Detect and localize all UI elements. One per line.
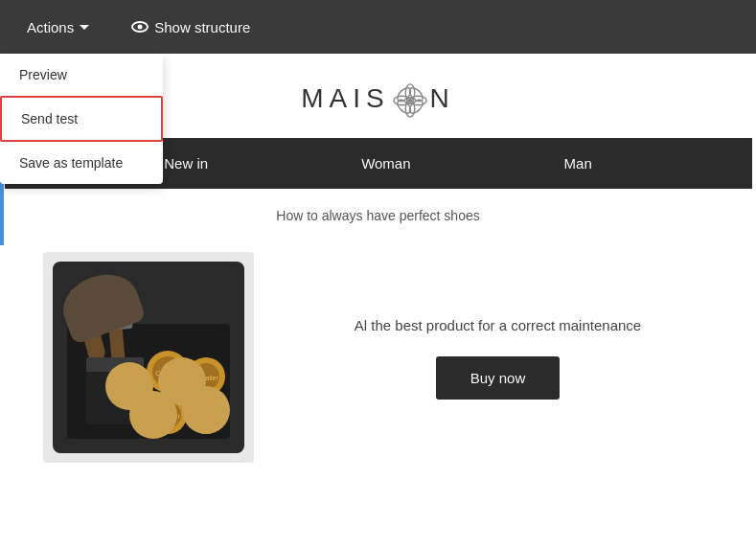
product-info: Al the best product for a correct mainte… bbox=[283, 315, 714, 400]
logo-text: MAIS N bbox=[301, 82, 455, 119]
eye-icon bbox=[131, 21, 149, 33]
actions-dropdown: Preview Send test Save as template bbox=[0, 54, 163, 184]
shoe-kit-illustration: Cavalier Cavalier Cavalier bbox=[53, 262, 244, 453]
svg-point-23 bbox=[187, 396, 225, 434]
svg-text:Cavalier: Cavalier bbox=[155, 370, 180, 377]
actions-button[interactable]: Actions bbox=[15, 11, 101, 43]
svg-rect-11 bbox=[69, 281, 111, 311]
svg-text:Cavalier: Cavalier bbox=[194, 375, 218, 381]
logo-flower-icon bbox=[392, 82, 428, 119]
show-structure-label: Show structure bbox=[154, 19, 250, 35]
svg-text:Cavalier: Cavalier bbox=[155, 413, 180, 420]
actions-label: Actions bbox=[27, 19, 74, 35]
product-image: Cavalier Cavalier Cavalier bbox=[43, 252, 254, 463]
svg-rect-27 bbox=[86, 357, 144, 372]
toolbar: Actions Show structure Preview Send test… bbox=[0, 0, 756, 54]
preview-menu-item[interactable]: Preview bbox=[0, 54, 163, 96]
save-as-template-menu-item[interactable]: Save as template bbox=[0, 142, 163, 184]
nav-item-woman[interactable]: Woman bbox=[285, 138, 487, 189]
content-section: How to always have perfect shoes bbox=[5, 189, 752, 492]
svg-text:Cavalier: Cavalier bbox=[194, 413, 218, 420]
email-subtitle: How to always have perfect shoes bbox=[43, 208, 714, 223]
svg-point-24 bbox=[193, 401, 219, 428]
product-description: Al the best product for a correct mainte… bbox=[283, 315, 714, 337]
chevron-down-icon bbox=[80, 25, 89, 30]
buy-now-button[interactable]: Buy now bbox=[436, 356, 561, 400]
product-row: Cavalier Cavalier Cavalier bbox=[43, 242, 714, 472]
svg-rect-13 bbox=[104, 313, 132, 331]
send-test-menu-item[interactable]: Send test bbox=[0, 96, 163, 142]
show-structure-button[interactable]: Show structure bbox=[120, 11, 262, 43]
nav-item-man[interactable]: Man bbox=[488, 138, 669, 189]
